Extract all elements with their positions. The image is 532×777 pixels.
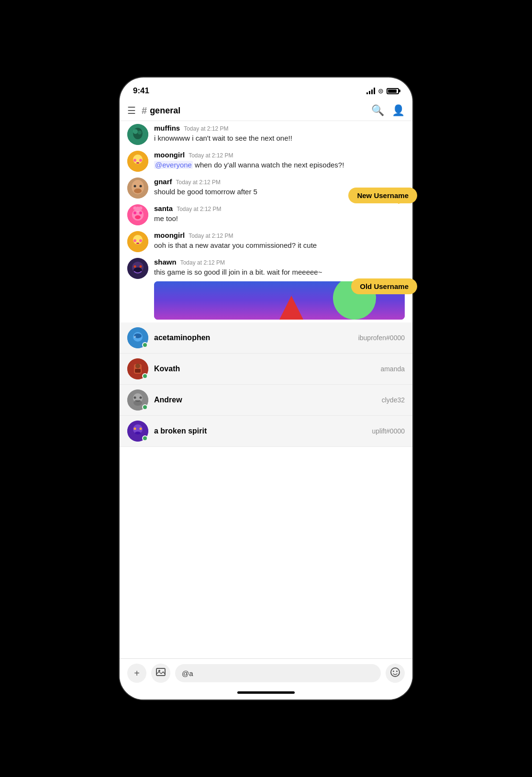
status-bar: 9:41 ⊜ — [120, 78, 412, 100]
message-text: i knowwww i can't wait to see the next o… — [154, 133, 405, 144]
svg-point-54 — [393, 670, 394, 672]
message-item: moongirl Today at 2:12 PM @everyone when… — [120, 148, 412, 175]
message-header: santa Today at 2:12 PM — [154, 204, 405, 212]
message-header: moongirl Today at 2:12 PM — [154, 151, 405, 159]
svg-point-44 — [134, 396, 136, 399]
battery-icon — [387, 88, 399, 94]
message-input[interactable] — [175, 664, 381, 682]
avatar — [127, 231, 148, 252]
svg-point-6 — [133, 159, 136, 162]
online-indicator — [142, 435, 148, 441]
plus-icon: + — [134, 668, 140, 679]
member-item[interactable]: Kovath amanda — [120, 354, 412, 385]
message-content: shawn Today at 2:12 PM this game is so g… — [154, 258, 405, 320]
svg-point-2 — [133, 129, 138, 134]
member-username: ibuprofen#0000 — [358, 334, 405, 342]
svg-point-39 — [135, 364, 140, 368]
header-icons: 🔍 👤 — [371, 104, 405, 117]
member-display-name: a broken spirit — [154, 427, 207, 435]
member-row: Kovath amanda — [154, 365, 405, 373]
svg-point-21 — [133, 207, 137, 210]
message-username: moongirl — [154, 231, 185, 239]
hash-icon: # — [142, 105, 147, 116]
message-item: gnarf Today at 2:12 PM should be good to… — [120, 175, 412, 201]
message-text: this game is so good ill join in a bit. … — [154, 267, 405, 278]
message-item: santa Today at 2:12 PM me too! — [120, 201, 412, 228]
svg-rect-27 — [136, 243, 139, 244]
channel-header: ☰ # general 🔍 👤 — [120, 100, 412, 121]
member-row: a broken spirit uplift#0000 — [154, 427, 405, 435]
avatar — [127, 204, 148, 225]
channel-title: general — [150, 106, 180, 116]
svg-point-48 — [134, 427, 136, 430]
message-header: moongirl Today at 2:12 PM — [154, 231, 405, 239]
message-username: moongirl — [154, 151, 185, 159]
channel-name: # general — [142, 105, 366, 116]
svg-point-19 — [135, 215, 141, 219]
member-row: acetaminophen ibuprofen#0000 — [154, 333, 405, 342]
svg-point-13 — [140, 185, 142, 188]
message-username: gnarf — [154, 178, 172, 186]
svg-point-45 — [140, 396, 142, 399]
svg-point-16 — [133, 211, 136, 214]
message-header: shawn Today at 2:12 PM — [154, 258, 405, 266]
svg-point-12 — [134, 185, 136, 188]
svg-point-26 — [139, 239, 142, 242]
message-username: muffins — [154, 124, 180, 132]
status-icons: ⊜ — [366, 87, 399, 95]
image-icon — [155, 667, 166, 680]
message-header: gnarf Today at 2:12 PM — [154, 178, 405, 186]
svg-point-22 — [139, 207, 143, 210]
member-item[interactable]: Andrew clyde32 — [120, 385, 412, 416]
svg-point-53 — [391, 668, 399, 677]
svg-point-11 — [134, 189, 142, 193]
svg-point-32 — [140, 266, 142, 268]
svg-point-49 — [140, 427, 142, 430]
member-avatar-wrap — [127, 421, 148, 442]
avatar — [127, 258, 148, 279]
messages-area: muffins Today at 2:12 PM i knowwww i can… — [120, 121, 412, 658]
signal-icon — [366, 88, 375, 94]
message-content: muffins Today at 2:12 PM i knowwww i can… — [154, 124, 405, 144]
member-item[interactable]: a broken spirit uplift#0000 — [120, 416, 412, 447]
profile-icon[interactable]: 👤 — [392, 104, 405, 117]
message-timestamp: Today at 2:12 PM — [188, 152, 233, 159]
message-item: muffins Today at 2:12 PM i knowwww i can… — [120, 121, 412, 148]
svg-point-3 — [138, 131, 142, 134]
message-text: ooh is that a new avatar you commissione… — [154, 240, 405, 251]
image-attachment — [154, 281, 405, 320]
svg-point-43 — [133, 400, 142, 406]
svg-point-25 — [133, 239, 136, 242]
message-timestamp: Today at 2:12 PM — [188, 233, 233, 239]
image-button[interactable] — [151, 664, 170, 683]
message-header: muffins Today at 2:12 PM — [154, 124, 405, 132]
svg-rect-8 — [136, 162, 139, 164]
add-button[interactable]: + — [127, 664, 146, 683]
message-timestamp: Today at 2:12 PM — [184, 125, 228, 132]
emoji-button[interactable] — [386, 664, 405, 683]
message-content: gnarf Today at 2:12 PM should be good to… — [154, 178, 405, 197]
member-username: clyde32 — [382, 396, 405, 404]
member-display-name: Kovath — [154, 365, 180, 373]
wifi-icon: ⊜ — [378, 87, 384, 95]
member-item[interactable]: acetaminophen ibuprofen#0000 — [120, 322, 412, 354]
message-timestamp: Today at 2:12 PM — [177, 206, 221, 212]
svg-point-55 — [396, 670, 398, 672]
online-indicator — [142, 404, 148, 410]
member-avatar-wrap — [127, 327, 148, 348]
menu-icon[interactable]: ☰ — [127, 105, 136, 116]
message-username: santa — [154, 204, 173, 212]
avatar — [127, 124, 148, 145]
message-text: me too! — [154, 213, 405, 224]
search-icon[interactable]: 🔍 — [371, 104, 384, 117]
svg-point-17 — [139, 211, 142, 214]
member-username: uplift#0000 — [372, 427, 405, 435]
avatar — [127, 151, 148, 172]
svg-point-31 — [134, 266, 136, 268]
avatar — [127, 178, 148, 199]
home-bar — [237, 691, 295, 694]
message-timestamp: Today at 2:12 PM — [176, 179, 221, 186]
message-timestamp: Today at 2:12 PM — [180, 259, 225, 266]
member-display-name: Andrew — [154, 396, 182, 404]
online-indicator — [142, 373, 148, 379]
